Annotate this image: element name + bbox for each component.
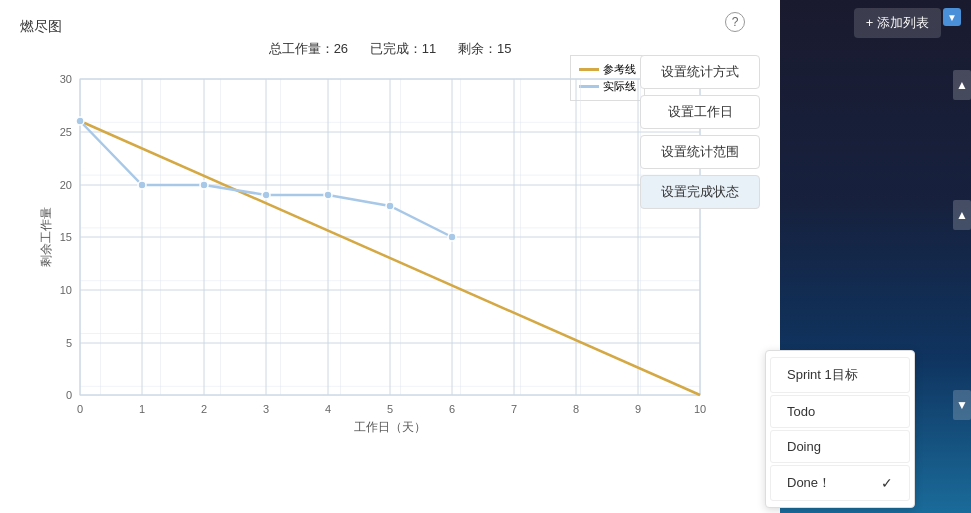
svg-text:4: 4 [325, 403, 331, 415]
status-item-todo-label: Todo [787, 404, 815, 419]
data-point-6 [448, 233, 456, 241]
svg-text:5: 5 [66, 337, 72, 349]
set-workday-btn[interactable]: 设置工作日 [640, 95, 760, 129]
status-item-doing[interactable]: Doing [770, 430, 910, 463]
done-checkmark: ✓ [881, 475, 893, 491]
status-menu: Sprint 1目标 Todo Doing Done！ ✓ [765, 350, 915, 508]
svg-text:10: 10 [694, 403, 706, 415]
svg-text:2: 2 [201, 403, 207, 415]
svg-text:1: 1 [139, 403, 145, 415]
total-stat: 总工作量：26 [269, 41, 348, 56]
svg-text:8: 8 [573, 403, 579, 415]
status-item-done-label: Done！ [787, 474, 831, 492]
svg-text:30: 30 [60, 73, 72, 85]
set-status-container: 设置完成状态 Sprint 1目标 Todo Doing Done！ ✓ [640, 175, 760, 209]
data-point-4 [324, 191, 332, 199]
set-stats-btn[interactable]: 设置统计方式 [640, 55, 760, 89]
scroll-mid-btn[interactable]: ▲ [953, 200, 971, 230]
svg-text:工作日（天）: 工作日（天） [354, 420, 426, 434]
status-item-sprint1-label: Sprint 1目标 [787, 366, 858, 384]
help-icon[interactable]: ? [725, 12, 745, 32]
svg-text:7: 7 [511, 403, 517, 415]
scroll-indicator[interactable] [943, 8, 961, 26]
chart-panel: 燃尽图 ? 总工作量：26 已完成：11 剩余：15 参考线 实际线 [0, 0, 780, 513]
status-item-done[interactable]: Done！ ✓ [770, 465, 910, 501]
svg-text:6: 6 [449, 403, 455, 415]
svg-text:0: 0 [66, 389, 72, 401]
done-stat: 已完成：11 [370, 41, 436, 56]
scroll-top-btn[interactable]: ▲ [953, 70, 971, 100]
svg-text:25: 25 [60, 126, 72, 138]
svg-text:剩余工作量: 剩余工作量 [40, 207, 53, 267]
svg-text:5: 5 [387, 403, 393, 415]
svg-text:9: 9 [635, 403, 641, 415]
data-point-1 [138, 181, 146, 189]
svg-text:0: 0 [77, 403, 83, 415]
chart-title: 燃尽图 [10, 10, 770, 36]
status-item-todo[interactable]: Todo [770, 395, 910, 428]
svg-text:10: 10 [60, 284, 72, 296]
svg-text:15: 15 [60, 231, 72, 243]
set-status-btn[interactable]: 设置完成状态 [640, 175, 760, 209]
data-point-5 [386, 202, 394, 210]
burndown-chart-svg: 30 25 20 15 10 5 0 0 1 2 3 4 5 6 7 8 9 1… [40, 64, 740, 444]
svg-text:20: 20 [60, 179, 72, 191]
scroll-bot-btn[interactable]: ▼ [953, 390, 971, 420]
add-list-button[interactable]: + 添加列表 [854, 8, 941, 38]
svg-text:3: 3 [263, 403, 269, 415]
set-range-btn[interactable]: 设置统计范围 [640, 135, 760, 169]
data-point-3 [262, 191, 270, 199]
data-point-2 [200, 181, 208, 189]
status-item-sprint1[interactable]: Sprint 1目标 [770, 357, 910, 393]
remaining-stat: 剩余：15 [458, 41, 511, 56]
data-point-0 [76, 117, 84, 125]
status-item-doing-label: Doing [787, 439, 821, 454]
toolbar-dropdown: 设置统计方式 设置工作日 设置统计范围 设置完成状态 Sprint 1目标 To… [640, 55, 760, 209]
